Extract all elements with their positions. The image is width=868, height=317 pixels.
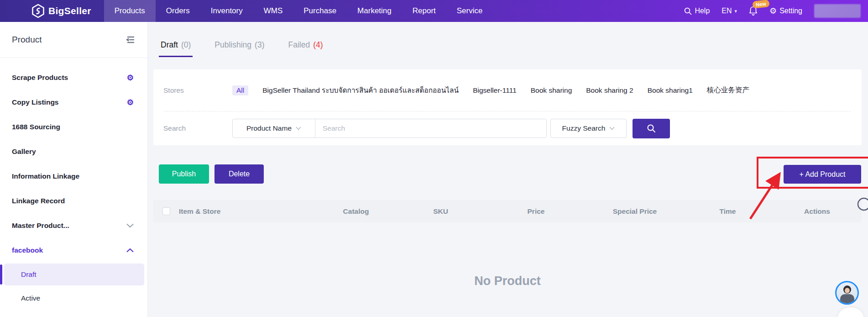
nav-item-service[interactable]: Service bbox=[446, 0, 493, 22]
sidebar-subitem-draft[interactable]: Draft bbox=[0, 263, 147, 286]
delete-button[interactable]: Delete bbox=[214, 164, 264, 184]
chevron-up-icon bbox=[126, 248, 134, 253]
sidebar-menu: Scrape Products ⚙ Copy Listings ⚙ 1688 S… bbox=[0, 58, 147, 310]
sidebar-item-facebook[interactable]: facebook bbox=[0, 238, 147, 263]
search-button[interactable] bbox=[633, 119, 670, 138]
tab-publishing[interactable]: Publishing (3) bbox=[213, 36, 266, 57]
sidebar-header: Product bbox=[0, 22, 147, 58]
store-chip-all[interactable]: All bbox=[232, 85, 248, 95]
nav-item-inventory[interactable]: Inventory bbox=[200, 0, 253, 22]
column-actions: Actions bbox=[773, 207, 862, 216]
language-selector[interactable]: EN ▾ bbox=[722, 7, 737, 15]
tab-failed[interactable]: Failed (4) bbox=[286, 36, 324, 57]
help-button[interactable]: Help bbox=[684, 7, 710, 15]
table-header: Item & Store Catalog SKU Price Special P… bbox=[153, 200, 862, 222]
chevron-down-icon bbox=[126, 223, 134, 228]
sidebar: Product Scrape Products ⚙ Copy Listings … bbox=[0, 22, 148, 317]
table-search-icon[interactable] bbox=[854, 194, 868, 214]
store-chip[interactable]: Book sharing bbox=[531, 86, 572, 95]
sidebar-item-copy-listings[interactable]: Copy Listings ⚙ bbox=[0, 90, 147, 115]
chevron-down-icon bbox=[609, 127, 615, 130]
add-product-button[interactable]: + Add Product bbox=[784, 165, 861, 184]
support-avatar[interactable] bbox=[835, 281, 859, 305]
gear-icon[interactable]: ⚙ bbox=[127, 99, 134, 106]
column-item-store: Item & Store bbox=[179, 207, 316, 216]
bigseller-logo-icon bbox=[32, 4, 44, 18]
chat-bubble-background bbox=[838, 307, 863, 317]
empty-state-text: No Product bbox=[153, 274, 862, 288]
notifications-button[interactable]: New bbox=[749, 6, 758, 16]
navbar-utilities: Help EN ▾ New ⚙ Setting bbox=[684, 4, 868, 18]
stores-label: Stores bbox=[163, 86, 232, 95]
store-chip[interactable]: Bigseller-1111 bbox=[473, 86, 517, 95]
gear-icon[interactable]: ⚙ bbox=[127, 74, 134, 82]
sidebar-item-master-product[interactable]: Master Product... bbox=[0, 213, 147, 238]
sidebar-item-scrape-products[interactable]: Scrape Products ⚙ bbox=[0, 65, 147, 90]
status-tabs: Draft (0) Publishing (3) Failed (4) bbox=[159, 36, 325, 57]
caret-down-icon: ▾ bbox=[735, 8, 737, 14]
sidebar-item-1688-sourcing[interactable]: 1688 Sourcing bbox=[0, 115, 147, 139]
tab-draft[interactable]: Draft (0) bbox=[159, 36, 193, 57]
search-type-select[interactable]: Product Name bbox=[233, 119, 315, 137]
sidebar-title: Product bbox=[12, 35, 42, 45]
chevron-down-icon bbox=[296, 127, 301, 130]
tab-publishing-count: (3) bbox=[255, 40, 264, 51]
store-chip[interactable]: Book sharing1 bbox=[648, 86, 693, 95]
nav-item-products[interactable]: Products bbox=[104, 0, 156, 22]
select-all-cell bbox=[153, 207, 179, 215]
search-help-icon bbox=[684, 7, 692, 15]
top-navbar: BigSeller Products Orders Inventory WMS … bbox=[0, 0, 868, 22]
match-mode-value: Fuzzy Search bbox=[562, 124, 606, 132]
sidebar-subitem-active[interactable]: Active bbox=[0, 286, 147, 310]
nav-item-orders[interactable]: Orders bbox=[156, 0, 200, 22]
setting-button[interactable]: ⚙ Setting bbox=[769, 7, 802, 15]
column-sku: SKU bbox=[396, 207, 485, 216]
column-time: Time bbox=[683, 207, 773, 216]
store-chip-list: All BigSeller Thailand ระบบจัดการสินค้า … bbox=[232, 85, 749, 96]
publish-button[interactable]: Publish bbox=[159, 164, 209, 184]
brand-name: BigSeller bbox=[48, 5, 91, 16]
store-chip[interactable]: Book sharing 2 bbox=[586, 86, 633, 95]
main-menu: Products Orders Inventory WMS Purchase M… bbox=[104, 0, 493, 22]
store-chip[interactable]: 核心业务资产 bbox=[707, 85, 749, 95]
setting-label: Setting bbox=[779, 7, 802, 15]
select-all-checkbox[interactable] bbox=[162, 207, 170, 215]
avatar-face bbox=[845, 288, 850, 293]
column-price: Price bbox=[485, 207, 587, 216]
column-special-price: Special Price bbox=[587, 207, 683, 216]
brand-logo[interactable]: BigSeller bbox=[0, 4, 104, 18]
nav-item-marketing[interactable]: Marketing bbox=[347, 0, 402, 22]
avatar-body bbox=[840, 294, 854, 304]
tab-draft-count: (0) bbox=[181, 40, 191, 50]
nav-item-wms[interactable]: WMS bbox=[253, 0, 293, 22]
search-input-group: Product Name bbox=[232, 119, 547, 138]
tab-failed-count: (4) bbox=[313, 40, 323, 51]
search-icon bbox=[647, 124, 656, 133]
search-type-value: Product Name bbox=[246, 124, 292, 132]
language-value: EN bbox=[722, 7, 732, 15]
sidebar-item-gallery[interactable]: Gallery bbox=[0, 139, 147, 164]
user-account-redacted[interactable] bbox=[814, 4, 861, 18]
chat-widget bbox=[831, 280, 868, 317]
sidebar-item-information-linkage[interactable]: Information Linkage bbox=[0, 164, 147, 189]
stores-filter-row: Stores All BigSeller Thailand ระบบจัดการ… bbox=[153, 69, 862, 111]
nav-item-purchase[interactable]: Purchase bbox=[293, 0, 347, 22]
active-subitem-indicator bbox=[0, 264, 2, 285]
main-content: Draft (0) Publishing (3) Failed (4) Stor… bbox=[148, 22, 868, 317]
new-badge: New bbox=[752, 0, 769, 9]
filter-card: Stores All BigSeller Thailand ระบบจัดการ… bbox=[153, 69, 862, 145]
sidebar-item-linkage-record[interactable]: Linkage Record bbox=[0, 189, 147, 213]
nav-item-report[interactable]: Report bbox=[402, 0, 446, 22]
store-chip[interactable]: BigSeller Thailand ระบบจัดการสินค้า ออเด… bbox=[262, 85, 459, 96]
search-filter-row: Search Product Name Fuzzy Search bbox=[153, 111, 862, 145]
help-label: Help bbox=[695, 7, 710, 15]
match-mode-select[interactable]: Fuzzy Search bbox=[550, 119, 627, 138]
column-catalog: Catalog bbox=[316, 207, 396, 216]
collapse-sidebar-icon[interactable] bbox=[125, 34, 136, 45]
search-label: Search bbox=[163, 124, 232, 132]
search-input[interactable] bbox=[315, 119, 546, 137]
gear-icon: ⚙ bbox=[769, 7, 777, 15]
